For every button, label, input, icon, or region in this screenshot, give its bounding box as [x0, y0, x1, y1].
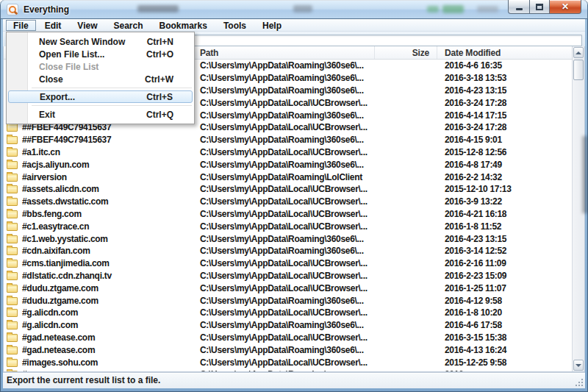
result-row[interactable]: #bbs.feng.comC:\Users\my\AppData\Local\U…	[4, 208, 572, 221]
file-path: C:\Users\my\AppData\Roaming\360se6\...	[193, 134, 375, 146]
file-size	[375, 134, 437, 146]
folder-icon	[7, 346, 18, 354]
status-text: Export the current result list to a file…	[7, 375, 160, 385]
file-path: C:\Users\my\AppData\Roaming\360se6\...	[193, 109, 375, 121]
name-cell: #airversion	[4, 171, 193, 183]
file-date-modified: 2016-4-23 13:15	[437, 232, 572, 245]
file-path: C:\Users\my\AppData\Local\UCBrowser\...	[193, 208, 375, 221]
file-size	[375, 257, 437, 270]
file-size	[375, 319, 437, 332]
file-path: C:\Users\my\AppData\Local\UCBrowser\...	[193, 220, 375, 232]
menubar-item-file[interactable]: File	[6, 20, 36, 31]
minimize-icon	[516, 8, 523, 10]
maximize-button[interactable]	[529, 0, 550, 14]
result-row[interactable]: #airversionC:\Users\my\AppData\Roaming\L…	[4, 171, 572, 183]
result-row[interactable]: #cms.tianjimedia.comC:\Users\my\AppData\…	[4, 257, 572, 270]
result-row[interactable]: #dlstatic.cdn.zhanqi.tvC:\Users\my\AppDa…	[4, 270, 572, 282]
scrollbar-thumb[interactable]	[573, 60, 584, 80]
column-header-path[interactable]: Path	[193, 46, 375, 59]
file-size	[375, 72, 437, 85]
name-cell: #gad.netease.com	[4, 343, 193, 356]
result-row[interactable]: #g.alicdn.comC:\Users\my\AppData\Local\U…	[4, 307, 572, 319]
result-row[interactable]: #a1.itc.cnC:\Users\my\AppData\Local\UCBr…	[4, 146, 572, 159]
menu-item-shortcut: Ctrl+W	[145, 74, 173, 85]
folder-icon	[7, 210, 18, 218]
file-size	[375, 343, 437, 356]
folder-icon	[7, 235, 18, 243]
menubar-item-search[interactable]: Search	[106, 20, 150, 31]
result-row[interactable]: #acjs.aliyun.comC:\Users\my\AppData\Roam…	[4, 158, 572, 171]
result-row[interactable]: #gad.netease.comC:\Users\my\AppData\Loca…	[4, 332, 572, 344]
result-row[interactable]: #assets.alicdn.comC:\Users\my\AppData\Lo…	[4, 183, 572, 196]
folder-icon	[7, 136, 18, 144]
result-row[interactable]: #c1.web.yystatic.comC:\Users\my\AppData\…	[4, 232, 572, 245]
file-size	[375, 356, 437, 368]
file-date-modified: 2016-4-23 13:15	[437, 85, 572, 97]
redaction-blur	[582, 136, 588, 213]
menu-item-label: Export...	[40, 92, 75, 102]
file-date-modified: 2015-12-10 17:13	[437, 183, 572, 196]
folder-icon	[7, 285, 18, 293]
file-name: #dlstatic.cdn.zhanqi.tv	[22, 271, 112, 281]
minimize-button[interactable]	[508, 0, 529, 14]
file-menu-item-exit[interactable]: ExitCtrl+Q	[7, 108, 194, 121]
result-row[interactable]: #dudu.ztgame.comC:\Users\my\AppData\Loca…	[4, 282, 572, 294]
result-row[interactable]: #...C:\Users\my\AppData\Roaming\...2016-…	[4, 368, 572, 371]
file-date-modified: 2016-...	[437, 368, 572, 371]
file-size	[375, 171, 437, 183]
file-date-modified: 2016-4-8 17:49	[437, 158, 572, 171]
file-date-modified: 2016-4-6 16:35	[437, 60, 572, 72]
file-size	[375, 307, 437, 319]
name-cell: ##FBEF449C79415637	[4, 134, 193, 146]
file-date-modified: 2016-4-12 9:58	[437, 294, 572, 307]
maximize-icon	[536, 4, 543, 10]
menubar-item-help[interactable]: Help	[255, 20, 289, 31]
file-name: ##FBEF449C79415637	[22, 135, 111, 145]
file-size	[375, 96, 437, 109]
file-name: #dudu.ztgame.com	[22, 296, 98, 306]
file-path: C:\Users\my\AppData\Local\UCBrowser\...	[193, 356, 375, 368]
file-path: C:\Users\my\AppData\Local\UCBrowser\...	[193, 332, 375, 344]
menubar-item-edit[interactable]: Edit	[37, 20, 69, 31]
menubar-item-bookmarks[interactable]: Bookmarks	[152, 20, 215, 31]
result-row[interactable]: #assets.dwstatic.comC:\Users\my\AppData\…	[4, 196, 572, 208]
file-menu-item-open-file-list[interactable]: Open File List...Ctrl+O	[7, 48, 194, 60]
file-path: C:\Users\my\AppData\Local\UCBrowser\...	[193, 183, 375, 196]
resize-grip-icon[interactable]	[575, 378, 584, 387]
scroll-down-button[interactable]	[573, 360, 584, 371]
close-button[interactable]: ✕	[550, 0, 581, 14]
file-menu-item-close[interactable]: CloseCtrl+W	[7, 73, 194, 85]
file-size	[375, 332, 437, 344]
file-date-modified: 2016-3-14 12:52	[437, 245, 572, 257]
file-date-modified: 2016-3-18 13:53	[437, 72, 572, 85]
menu-item-label: Close File List	[39, 62, 98, 72]
file-path: C:\Users\my\AppData\Roaming\360se6\...	[193, 85, 375, 97]
column-header-size[interactable]: Size	[375, 46, 437, 59]
result-row[interactable]: #g.alicdn.comC:\Users\my\AppData\Roaming…	[4, 319, 572, 332]
result-row[interactable]: #gad.netease.comC:\Users\my\AppData\Roam…	[4, 343, 572, 356]
file-menu-item-export[interactable]: Export...Ctrl+S	[8, 90, 193, 103]
menubar-item-tools[interactable]: Tools	[216, 20, 254, 31]
titlebar[interactable]: Everything ✕	[0, 0, 588, 19]
file-date-modified: 2016-2-2 14:32	[437, 171, 572, 183]
file-size	[375, 282, 437, 294]
result-row[interactable]: #cdn.aixifan.comC:\Users\my\AppData\Roam…	[4, 245, 572, 257]
result-row[interactable]: #images.sohu.comC:\Users\my\AppData\Loca…	[4, 356, 572, 368]
redaction-blur	[293, 5, 312, 13]
result-row[interactable]: ##FBEF449C79415637C:\Users\my\AppData\Ro…	[4, 134, 572, 146]
file-menu-item-close-file-list: Close File List	[7, 60, 194, 73]
file-menu-item-new-search-window[interactable]: New Search WindowCtrl+N	[7, 35, 194, 48]
result-row[interactable]: #c1.easytrace.cnC:\Users\my\AppData\Loca…	[4, 220, 572, 232]
folder-icon	[7, 124, 18, 132]
file-name: #assets.dwstatic.com	[22, 196, 108, 207]
name-cell: #dudu.ztgame.com	[4, 294, 193, 307]
file-size	[375, 270, 437, 282]
menubar-item-view[interactable]: View	[70, 20, 104, 31]
result-row[interactable]: #dudu.ztgame.comC:\Users\my\AppData\Roam…	[4, 294, 572, 307]
scroll-up-button[interactable]	[573, 47, 584, 58]
folder-icon	[7, 223, 18, 231]
file-date-modified: 2016-3-9 13:22	[437, 196, 572, 208]
file-date-modified: 2016-4-15 9:01	[437, 134, 572, 146]
file-name: #dudu.ztgame.com	[22, 283, 98, 293]
column-header-date-modified[interactable]: Date Modified	[437, 46, 572, 59]
